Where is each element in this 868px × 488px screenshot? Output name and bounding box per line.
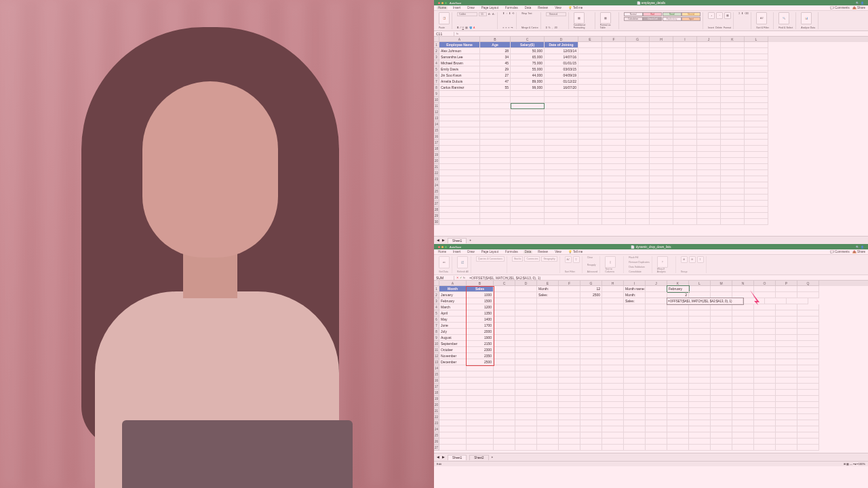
cell[interactable] — [626, 91, 650, 97]
cell[interactable] — [745, 48, 768, 54]
cell[interactable] — [721, 79, 745, 85]
cell[interactable] — [721, 176, 745, 182]
cell[interactable] — [732, 432, 754, 439]
cell[interactable] — [650, 219, 673, 225]
cell[interactable] — [626, 188, 650, 195]
cell[interactable] — [537, 408, 559, 414]
inc-decimal-icon[interactable]: .00 — [554, 26, 557, 29]
cell[interactable] — [439, 195, 480, 201]
cell[interactable] — [689, 384, 711, 390]
font-color-button[interactable]: A — [473, 26, 475, 29]
cell[interactable] — [439, 127, 480, 134]
cell[interactable] — [626, 219, 650, 225]
cell[interactable] — [732, 420, 754, 426]
cell[interactable] — [578, 146, 602, 152]
cell[interactable]: 29 — [480, 66, 511, 73]
cell[interactable] — [689, 408, 711, 414]
tab-formulas[interactable]: Formulas — [504, 250, 519, 253]
whatif-button[interactable]: ? — [657, 256, 668, 268]
cell[interactable] — [646, 426, 667, 432]
cell[interactable] — [650, 176, 673, 182]
cell[interactable] — [580, 359, 602, 365]
cell[interactable] — [667, 426, 689, 432]
cell[interactable] — [650, 195, 673, 201]
cell[interactable] — [545, 188, 578, 195]
cell[interactable] — [732, 384, 754, 390]
cell[interactable] — [545, 164, 578, 170]
get-data-button[interactable]: 🗃 — [439, 256, 450, 268]
cell[interactable] — [673, 73, 697, 79]
queries-button[interactable]: Queries & Connections — [476, 256, 505, 262]
cell[interactable] — [580, 390, 602, 396]
cell[interactable] — [667, 353, 689, 359]
cell[interactable] — [494, 396, 515, 402]
row-header[interactable]: 7 — [434, 323, 439, 329]
cell[interactable] — [667, 371, 689, 378]
cell[interactable] — [667, 414, 689, 420]
cell[interactable] — [559, 384, 580, 390]
cell[interactable] — [515, 408, 537, 414]
cell[interactable] — [467, 426, 494, 432]
cell[interactable] — [439, 414, 467, 420]
cell[interactable] — [689, 390, 711, 396]
cell[interactable] — [745, 79, 768, 85]
cell[interactable] — [494, 432, 515, 439]
cell[interactable] — [580, 365, 602, 371]
cell[interactable] — [797, 286, 819, 292]
cell[interactable] — [673, 164, 697, 170]
cell[interactable] — [776, 384, 797, 390]
cell[interactable] — [602, 66, 626, 73]
cell[interactable] — [776, 335, 797, 341]
row-header[interactable]: 24 — [434, 426, 439, 432]
cell[interactable] — [673, 66, 697, 73]
tab-review[interactable]: Review — [536, 6, 549, 9]
cell[interactable] — [545, 213, 578, 219]
cell[interactable] — [578, 170, 602, 176]
fill-color-button[interactable]: 🪣 — [469, 26, 472, 29]
cell[interactable] — [439, 158, 480, 164]
cell[interactable] — [797, 310, 819, 317]
cell[interactable] — [624, 432, 646, 439]
cell[interactable] — [559, 286, 580, 292]
cell[interactable] — [745, 195, 768, 201]
cell[interactable] — [689, 317, 711, 323]
cell[interactable] — [721, 158, 745, 164]
sheet-tab-2[interactable]: Sheet2 — [469, 455, 488, 460]
cell[interactable] — [515, 310, 537, 317]
cell[interactable] — [646, 317, 667, 323]
cell[interactable] — [689, 439, 711, 445]
cell[interactable] — [754, 353, 776, 359]
align-center-icon[interactable]: ≡ — [505, 26, 507, 29]
cell[interactable] — [754, 304, 776, 310]
row-header[interactable]: 17 — [434, 384, 439, 390]
cell[interactable] — [467, 402, 494, 408]
cell[interactable] — [697, 97, 721, 103]
col-header-E[interactable]: E — [537, 281, 559, 286]
cell[interactable] — [580, 420, 602, 426]
col-header-I[interactable]: I — [673, 37, 697, 42]
cell[interactable] — [721, 115, 745, 121]
grow-font-icon[interactable]: A↑ — [488, 13, 491, 16]
cell[interactable] — [626, 73, 650, 79]
cell[interactable] — [511, 140, 545, 146]
cell[interactable]: November — [439, 353, 467, 359]
cell[interactable] — [515, 365, 537, 371]
cell[interactable] — [624, 323, 646, 329]
cell[interactable]: Month: — [624, 292, 646, 298]
cell[interactable] — [689, 445, 711, 451]
cell[interactable] — [745, 201, 768, 207]
cell[interactable] — [602, 378, 624, 384]
row-header[interactable]: 10 — [434, 341, 439, 347]
cell[interactable] — [646, 353, 667, 359]
cell[interactable] — [646, 286, 667, 292]
cell[interactable] — [515, 420, 537, 426]
border-button[interactable]: ▦ — [465, 26, 468, 29]
cell[interactable] — [745, 188, 768, 195]
cell[interactable] — [537, 396, 559, 402]
cell[interactable] — [602, 97, 626, 103]
cell[interactable]: Salary($) — [511, 42, 545, 48]
cell[interactable] — [559, 329, 580, 335]
cell[interactable] — [697, 176, 721, 182]
cell[interactable] — [580, 432, 602, 439]
cell[interactable] — [646, 304, 667, 310]
